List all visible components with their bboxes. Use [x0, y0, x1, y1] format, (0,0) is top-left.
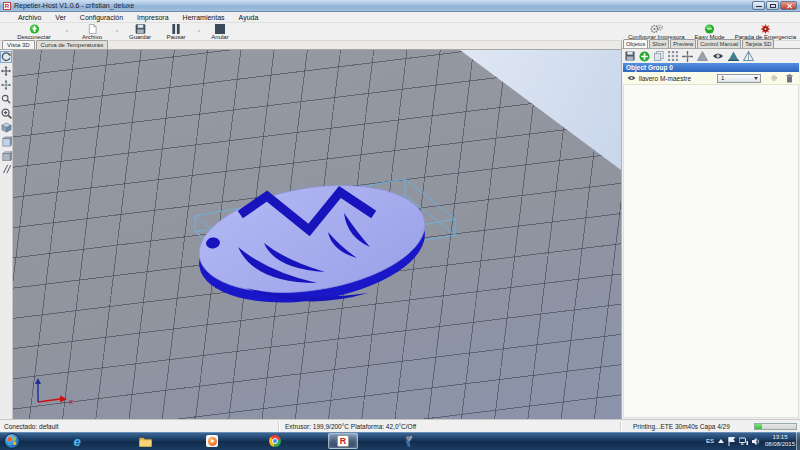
- menu-ver[interactable]: Ver: [55, 14, 66, 21]
- tab-preview[interactable]: Preview: [670, 39, 696, 48]
- internet-explorer-icon: e: [73, 435, 80, 448]
- add-object-icon[interactable]: [639, 51, 650, 62]
- windows-logo-icon: [8, 437, 16, 445]
- axis-indicator: x: [35, 378, 73, 406]
- taskbar-chrome[interactable]: [260, 433, 290, 449]
- taskbar-clock[interactable]: 13:15 08/08/2015: [765, 434, 795, 448]
- stop-icon: [215, 24, 225, 34]
- menu-herramientas[interactable]: Herramientas: [183, 14, 225, 21]
- front-view-icon: [1, 136, 12, 147]
- save-icon: [135, 24, 146, 34]
- taskbar-tool-app[interactable]: [393, 433, 423, 449]
- show-desktop-button[interactable]: [796, 432, 800, 450]
- tab-objetos[interactable]: Objetos: [623, 39, 648, 48]
- hidden-icons-arrow[interactable]: [718, 439, 724, 443]
- start-button[interactable]: [4, 433, 20, 449]
- drop-object-icon[interactable]: [697, 51, 708, 61]
- repetier-host-icon: R: [337, 435, 349, 447]
- print-object[interactable]: [191, 171, 432, 317]
- object-analysis-icon[interactable]: [743, 51, 754, 61]
- delete-object-icon[interactable]: [786, 74, 793, 83]
- viewport-tool-column: [0, 50, 13, 419]
- move-object-button[interactable]: [0, 79, 12, 91]
- disconnect-button[interactable]: Desconectar: [8, 23, 60, 41]
- copy-object-icon[interactable]: [654, 51, 664, 61]
- menu-impresora[interactable]: Impresora: [137, 14, 169, 21]
- tab-tarjeta-sd[interactable]: Tarjeta SD: [742, 39, 774, 48]
- media-player-icon: [206, 435, 218, 447]
- tab-control-manual[interactable]: Control Manual: [697, 39, 741, 48]
- object-group-header[interactable]: Object Group 0: [623, 63, 799, 72]
- parallel-projection-icon: [1, 164, 11, 174]
- center-object-icon[interactable]: [682, 51, 693, 62]
- taskbar-internet-explorer[interactable]: e: [62, 433, 92, 449]
- axis-x-label: x: [69, 397, 73, 406]
- taskbar-repetier-host[interactable]: R: [328, 433, 358, 449]
- connect-icon: [29, 24, 40, 34]
- pause-button[interactable]: Pausar: [160, 23, 192, 41]
- object-settings-gear-icon[interactable]: [770, 74, 778, 82]
- system-tray: ES 13:15 08/08/2015: [706, 432, 795, 450]
- top-view-icon: [1, 150, 12, 161]
- move-view-icon: [1, 66, 11, 76]
- lay-flat-icon[interactable]: [728, 51, 739, 61]
- tool-app-icon: [402, 435, 414, 447]
- menu-configuracion[interactable]: Configuración: [80, 14, 123, 21]
- viewport-3d[interactable]: x: [13, 50, 621, 419]
- print-progress-bar: [754, 423, 797, 430]
- zoom-object-button[interactable]: [0, 107, 12, 119]
- save-button[interactable]: Guardar: [122, 23, 158, 41]
- taskbar-media-player[interactable]: [197, 433, 227, 449]
- printing-status: Printing...ETE 30m40s Capa 4/29: [633, 423, 730, 430]
- maximize-button[interactable]: [766, 1, 779, 10]
- network-icon[interactable]: [739, 437, 748, 446]
- front-view-button[interactable]: [0, 135, 12, 147]
- abort-button[interactable]: Anular: [204, 23, 236, 41]
- app-icon: R: [3, 2, 11, 10]
- taskbar-windows-explorer[interactable]: [130, 433, 160, 449]
- parallel-projection-button[interactable]: [0, 163, 12, 175]
- zoom-view-icon: [1, 94, 11, 104]
- emergency-stop-icon: [760, 24, 771, 34]
- status-bar: Conectado: default Extrusor: 199,9/200°C…: [0, 419, 800, 432]
- objects-toolbar: [622, 50, 800, 62]
- right-panel: Objetos Slicer Preview Control Manual Ta…: [622, 41, 800, 419]
- top-view-button[interactable]: [0, 149, 12, 161]
- clock-time: 13:15: [765, 434, 795, 441]
- right-panel-tabs: Objetos Slicer Preview Control Manual Ta…: [622, 41, 800, 49]
- extruder-dropdown[interactable]: 1: [717, 74, 761, 83]
- object-list-area: [623, 85, 799, 418]
- isometric-view-button[interactable]: [0, 121, 12, 133]
- zoom-view-button[interactable]: [0, 93, 12, 105]
- open-file-icon: [88, 24, 97, 34]
- action-center-flag-icon[interactable]: [728, 437, 735, 446]
- object-list-row[interactable]: llavero M-maestre 1: [623, 72, 799, 85]
- language-indicator[interactable]: ES: [706, 438, 714, 444]
- autoposition-icon[interactable]: [668, 51, 678, 61]
- tab-vista-3d[interactable]: Vista 3D: [2, 40, 35, 49]
- close-button[interactable]: [780, 1, 797, 10]
- clock-date: 08/08/2015: [765, 441, 795, 448]
- printer-settings-icon: [650, 24, 663, 34]
- print-progress-fill: [755, 424, 762, 429]
- tab-curva-temperaturas[interactable]: Curva de Temperaturas: [36, 40, 109, 49]
- move-object-icon: [1, 80, 11, 90]
- open-file-button[interactable]: Archivo: [74, 23, 110, 41]
- menu-ayuda[interactable]: Ayuda: [239, 14, 259, 21]
- extruder-value: 1: [721, 75, 724, 81]
- window-titlebar[interactable]: R Repetier-Host V1.0.6 - crfistian_delux…: [0, 0, 800, 12]
- chrome-icon: [269, 435, 281, 447]
- minimize-button[interactable]: [752, 1, 765, 10]
- chevron-down-icon: [752, 76, 759, 81]
- speaker-icon[interactable]: [752, 437, 761, 446]
- rotate-view-button[interactable]: [0, 51, 12, 63]
- save-objects-icon[interactable]: [625, 51, 635, 61]
- tab-slicer[interactable]: Slicer: [649, 39, 669, 48]
- menu-archivo[interactable]: Archivo: [18, 14, 41, 21]
- easy-mode-icon: [704, 24, 715, 34]
- move-view-button[interactable]: [0, 65, 12, 77]
- object-visibility-eye-icon[interactable]: [627, 75, 636, 81]
- taskbar: e R ES 13: [0, 432, 800, 450]
- view-mode-icon[interactable]: [712, 52, 724, 60]
- object-group-title: Object Group 0: [626, 64, 673, 71]
